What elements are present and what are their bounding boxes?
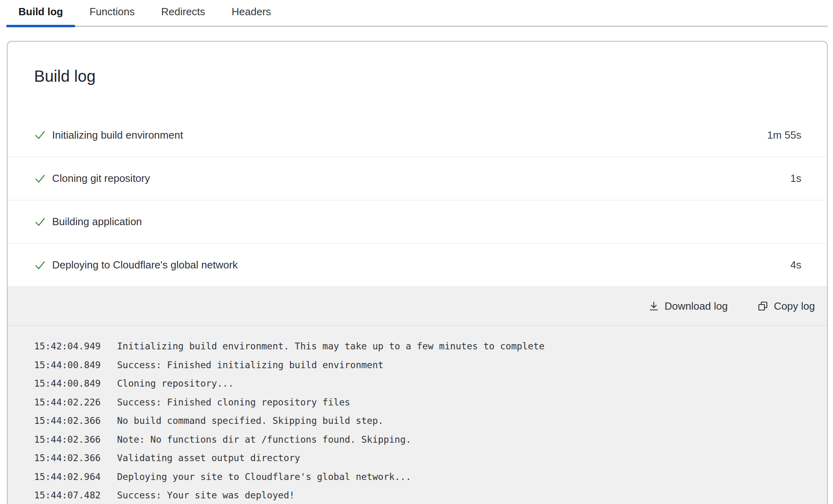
- build-step-row: Initializing build environment 1m 55s: [8, 113, 827, 157]
- step-label: Deploying to Cloudflare's global network: [52, 259, 238, 271]
- log-message: Initializing build environment. This may…: [117, 337, 544, 356]
- build-step-row: Building application: [8, 200, 827, 243]
- log-message: Validating asset output directory: [117, 449, 300, 468]
- check-icon: [34, 173, 46, 185]
- log-timestamp: 15:44:02.366: [34, 449, 117, 468]
- log-line: 15:44:02.366 Validating asset output dir…: [34, 449, 819, 468]
- log-line: 15:44:00.849 Success: Finished initializ…: [34, 356, 819, 375]
- check-icon: [34, 259, 46, 271]
- check-icon: [34, 216, 46, 228]
- log-timestamp: 15:44:00.849: [34, 374, 117, 393]
- log-message: Note: No functions dir at /functions fou…: [117, 430, 411, 449]
- tab-functions[interactable]: Functions: [77, 0, 147, 26]
- step-duration: 1s: [791, 172, 801, 185]
- log-line: 15:44:02.366 No build command specified.…: [34, 411, 819, 430]
- download-icon: [648, 300, 659, 312]
- build-log-card: Build log Initializing build environment…: [7, 41, 828, 504]
- copy-log-button[interactable]: Copy log: [757, 300, 815, 312]
- tab-build-log[interactable]: Build log: [6, 0, 75, 26]
- log-message: Success: Finished cloning repository fil…: [117, 393, 350, 412]
- step-duration: 4s: [791, 259, 801, 271]
- tab-headers[interactable]: Headers: [220, 0, 283, 26]
- log-line: 15:44:02.226 Success: Finished cloning r…: [34, 393, 819, 412]
- log-line: 15:44:00.849 Cloning repository...: [34, 374, 819, 393]
- log-timestamp: 15:44:02.226: [34, 393, 117, 412]
- log-timestamp: 15:44:07.482: [34, 486, 117, 504]
- log-timestamp: 15:44:02.964: [34, 468, 117, 486]
- build-step-row: Deploying to Cloudflare's global network…: [8, 243, 827, 286]
- step-label: Cloning git repository: [52, 172, 150, 185]
- log-message: Deploying your site to Cloudflare's glob…: [117, 468, 411, 486]
- check-icon: [34, 129, 46, 141]
- download-log-label: Download log: [665, 300, 728, 312]
- step-label: Building application: [52, 216, 142, 228]
- log-timestamp: 15:44:00.849: [34, 356, 117, 375]
- log-message: No build command specified. Skipping bui…: [117, 411, 384, 430]
- build-step-row: Cloning git repository 1s: [8, 157, 827, 200]
- log-line: 15:44:02.964 Deploying your site to Clou…: [34, 468, 819, 486]
- log-line: 15:42:04.949 Initializing build environm…: [34, 337, 819, 356]
- log-timestamp: 15:44:02.366: [34, 430, 117, 449]
- log-message: Cloning repository...: [117, 374, 234, 393]
- page-title: Build log: [34, 67, 801, 86]
- log-toolbar: Download log Copy log: [8, 286, 827, 326]
- step-duration: 1m 55s: [767, 129, 801, 141]
- log-timestamp: 15:44:02.366: [34, 411, 117, 430]
- log-message: Success: Finished initializing build env…: [117, 356, 384, 375]
- deployment-detail-tabs: Build log Functions Redirects Headers: [6, 0, 828, 27]
- build-steps-list: Initializing build environment 1m 55s Cl…: [8, 113, 827, 286]
- log-line: 15:44:07.482 Success: Your site was depl…: [34, 486, 819, 504]
- log-timestamp: 15:42:04.949: [34, 337, 117, 356]
- copy-log-label: Copy log: [774, 300, 815, 312]
- download-log-button[interactable]: Download log: [648, 300, 728, 312]
- step-label: Initializing build environment: [52, 129, 183, 141]
- log-line: 15:44:02.366 Note: No functions dir at /…: [34, 430, 819, 449]
- log-message: Success: Your site was deployed!: [117, 486, 295, 504]
- log-output: 15:42:04.949 Initializing build environm…: [8, 326, 827, 504]
- copy-icon: [757, 300, 768, 312]
- tab-redirects[interactable]: Redirects: [149, 0, 217, 26]
